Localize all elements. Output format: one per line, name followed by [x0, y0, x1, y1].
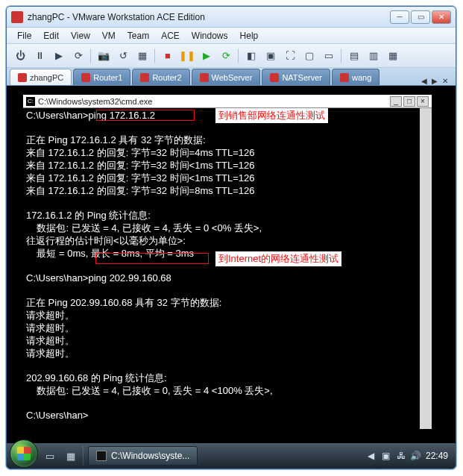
pause-team-icon[interactable]: ❚❚	[178, 47, 196, 65]
vm-display[interactable]: C: C:\Windows\system32\cmd.exe _ □ × C:\…	[7, 86, 456, 469]
stop-team-icon[interactable]: ■	[159, 47, 177, 65]
vm-icon	[18, 73, 27, 82]
vm-icon	[81, 73, 90, 82]
cmd-icon: C:	[26, 97, 35, 106]
quick-launch-show-desktop-icon[interactable]: ▭	[41, 447, 59, 465]
tray-expand-icon[interactable]: ◀	[366, 451, 377, 461]
power-off-icon[interactable]: ⏻	[11, 47, 29, 65]
suspend-icon[interactable]: ⏸	[31, 47, 48, 65]
fullscreen-icon[interactable]: ⛶	[281, 47, 299, 65]
title-bar[interactable]: zhangPC - VMware Workstation ACE Edition…	[7, 7, 456, 28]
cmd-title-bar[interactable]: C: C:\Windows\system32\cmd.exe _ □ ×	[23, 95, 432, 108]
separator	[90, 48, 92, 63]
volume-icon[interactable]: 🔊	[411, 451, 421, 461]
console-icon[interactable]: ▣	[262, 47, 280, 65]
menu-view[interactable]: View	[65, 31, 96, 41]
summary-view-icon[interactable]: ▤	[345, 47, 363, 65]
menu-vm[interactable]: VM	[96, 31, 122, 41]
annotation-label-2: 到Internet的网络连通性测试	[215, 251, 341, 266]
quick-switch-icon[interactable]: ▢	[300, 47, 318, 65]
menu-windows[interactable]: Windows	[186, 31, 234, 41]
menu-edit[interactable]: Edit	[37, 31, 65, 41]
tab-wang[interactable]: wang	[332, 69, 379, 85]
vm-icon	[270, 73, 279, 82]
minimize-button[interactable]: ─	[390, 10, 409, 24]
separator	[238, 48, 239, 63]
tab-router1[interactable]: Router1	[73, 69, 130, 85]
manage-snapshot-icon[interactable]: ▦	[133, 47, 151, 65]
tab-scroll-left-icon[interactable]: ◀	[420, 77, 429, 85]
console-view-icon[interactable]: ▦	[384, 47, 402, 65]
app-icon	[11, 11, 23, 23]
annotation-label-1: 到销售部网络连通性测试	[215, 108, 328, 123]
separator	[83, 446, 84, 466]
separator	[341, 48, 342, 63]
menu-bar: File Edit View VM Team ACE Windows Help	[7, 28, 456, 44]
revert-icon[interactable]: ↺	[114, 47, 132, 65]
menu-file[interactable]: File	[11, 31, 37, 41]
annotation-box-2	[95, 253, 209, 264]
snapshot-icon[interactable]: 📷	[95, 47, 113, 65]
vm-icon	[200, 73, 209, 82]
taskbar-item-cmd[interactable]: C:\Windows\syste...	[88, 446, 198, 466]
annotation-box-1	[96, 110, 195, 121]
taskbar-item-label: C:\Windows\syste...	[111, 451, 189, 461]
cmd-maximize-button[interactable]: □	[403, 96, 415, 107]
cmd-icon	[96, 451, 107, 461]
quick-launch-switch-icon[interactable]: ▦	[62, 447, 80, 465]
appliance-view-icon[interactable]: ▥	[365, 47, 382, 65]
menu-ace[interactable]: ACE	[155, 31, 186, 41]
network-icon[interactable]: 🖧	[396, 451, 406, 461]
start-button[interactable]	[10, 439, 38, 468]
tab-router2[interactable]: Router2	[132, 69, 189, 85]
menu-help[interactable]: Help	[234, 31, 265, 41]
menu-team[interactable]: Team	[122, 31, 155, 41]
vmware-window: zhangPC - VMware Workstation ACE Edition…	[6, 6, 456, 469]
tab-natserver[interactable]: NATServer	[262, 69, 330, 85]
tab-scroll-right-icon[interactable]: ▶	[430, 77, 439, 85]
cmd-title: C:\Windows\system32\cmd.exe	[38, 97, 390, 106]
maximize-button[interactable]: ▭	[411, 10, 430, 24]
cmd-minimize-button[interactable]: _	[390, 96, 402, 107]
cmd-body[interactable]: C:\Users\han>ping 172.16.1.2 正在 Ping 172…	[23, 108, 432, 429]
toolbar: ⏻ ⏸ ▶ ⟳ 📷 ↺ ▦ ■ ❚❚ ▶ ⟳ ◧ ▣ ⛶ ▢ ▭ ▤ ▥ ▦	[7, 44, 456, 68]
tab-close-icon[interactable]: ✕	[441, 77, 450, 85]
sidebar-icon[interactable]: ◧	[242, 47, 260, 65]
vmware-tools-icon[interactable]: ▣	[381, 451, 391, 461]
vm-icon	[140, 73, 149, 82]
separator	[154, 48, 156, 63]
vm-tabs: zhangPC Router1 Router2 WebServer NATSer…	[7, 68, 456, 86]
clock[interactable]: 22:49	[426, 451, 448, 461]
system-tray: ◀ ▣ 🖧 🔊 22:49	[366, 451, 453, 461]
tab-webserver[interactable]: WebServer	[192, 69, 261, 85]
loop-icon[interactable]: ⟳	[217, 47, 235, 65]
cmd-window: C: C:\Windows\system32\cmd.exe _ □ × C:\…	[23, 95, 432, 429]
vm-icon	[340, 73, 349, 82]
play-icon[interactable]: ▶	[50, 47, 68, 65]
window-title: zhangPC - VMware Workstation ACE Edition	[28, 12, 390, 22]
play-team-icon[interactable]: ▶	[198, 47, 215, 65]
reset-icon[interactable]: ⟳	[69, 47, 87, 65]
guest-taskbar: ▭ ▦ C:\Windows\syste... ◀ ▣ 🖧 🔊 22:49	[7, 443, 456, 469]
close-button[interactable]: ✕	[432, 10, 451, 24]
unity-icon[interactable]: ▭	[320, 47, 338, 65]
tab-zhangpc[interactable]: zhangPC	[10, 69, 72, 85]
cmd-close-button[interactable]: ×	[417, 96, 429, 107]
